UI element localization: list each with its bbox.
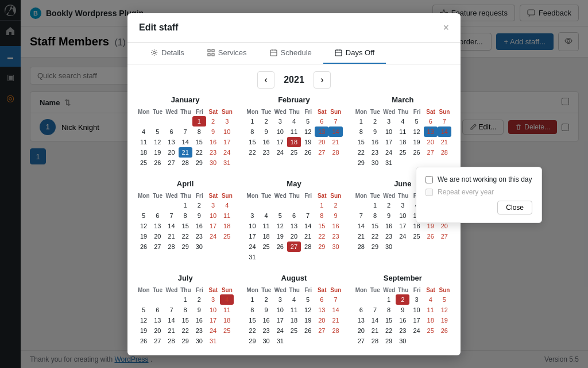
day-september-1[interactable]: 1 — [382, 294, 396, 305]
popup-close-button[interactable]: Close — [497, 201, 532, 214]
day-april-12[interactable]: 12 — [137, 221, 150, 231]
day-april-10[interactable]: 10 — [206, 210, 220, 221]
day-april-29[interactable]: 29 — [179, 241, 192, 252]
day-july-29[interactable]: 29 — [179, 336, 192, 346]
day-july-24[interactable]: 24 — [206, 325, 220, 336]
day-september-9[interactable]: 9 — [396, 305, 409, 315]
day-july-5[interactable]: 5 — [137, 305, 150, 315]
day-august-1[interactable]: 1 — [245, 294, 259, 305]
day-march-22[interactable]: 22 — [354, 147, 368, 158]
day-september-17[interactable]: 17 — [409, 315, 423, 325]
day-march-29[interactable]: 29 — [354, 158, 368, 168]
modal-overlay[interactable]: Edit staff × Details Services Schedule D… — [0, 0, 588, 368]
day-september-23[interactable]: 23 — [396, 325, 409, 336]
day-january-21[interactable]: 21 — [179, 147, 192, 158]
day-march-16[interactable]: 16 — [368, 137, 382, 147]
day-july-27[interactable]: 27 — [150, 336, 164, 346]
day-june-1[interactable]: 1 — [368, 200, 382, 210]
day-september-21[interactable]: 21 — [368, 325, 382, 336]
day-march-20[interactable]: 20 — [424, 137, 438, 147]
day-september-3[interactable]: 3 — [409, 294, 423, 305]
day-january-6[interactable]: 6 — [164, 126, 178, 137]
day-may-28[interactable]: 28 — [301, 241, 315, 252]
tab-days-off[interactable]: Days Off — [323, 43, 386, 64]
day-january-16[interactable]: 16 — [206, 137, 220, 147]
day-july-18[interactable]: 18 — [220, 315, 234, 325]
day-april-1[interactable]: 1 — [179, 200, 192, 210]
day-may-10[interactable]: 10 — [245, 221, 259, 231]
day-may-5[interactable]: 5 — [273, 210, 287, 221]
day-june-15[interactable]: 15 — [368, 221, 382, 231]
day-may-18[interactable]: 18 — [260, 231, 273, 241]
day-march-21[interactable]: 21 — [438, 137, 451, 147]
day-april-24[interactable]: 24 — [206, 231, 220, 241]
day-july-30[interactable]: 30 — [192, 336, 206, 346]
day-july-10[interactable]: 10 — [206, 305, 220, 315]
day-august-9[interactable]: 9 — [260, 305, 273, 315]
day-april-23[interactable]: 23 — [192, 231, 206, 241]
day-january-15[interactable]: 15 — [192, 137, 206, 147]
day-march-9[interactable]: 9 — [368, 126, 382, 137]
day-march-18[interactable]: 18 — [396, 137, 409, 147]
day-may-19[interactable]: 19 — [273, 231, 287, 241]
day-april-25[interactable]: 25 — [220, 231, 234, 241]
day-february-15[interactable]: 15 — [245, 137, 259, 147]
day-february-17[interactable]: 17 — [273, 137, 287, 147]
day-august-24[interactable]: 24 — [273, 325, 287, 336]
day-march-15[interactable]: 15 — [354, 137, 368, 147]
day-april-11[interactable]: 11 — [220, 210, 234, 221]
day-january-22[interactable]: 22 — [192, 147, 206, 158]
day-june-16[interactable]: 16 — [382, 221, 396, 231]
day-may-16[interactable]: 16 — [328, 221, 342, 231]
day-february-23[interactable]: 23 — [260, 147, 273, 158]
day-august-22[interactable]: 22 — [245, 325, 259, 336]
day-march-2[interactable]: 2 — [368, 116, 382, 126]
day-september-18[interactable]: 18 — [424, 315, 438, 325]
day-january-29[interactable]: 29 — [192, 158, 206, 168]
day-february-7[interactable]: 7 — [328, 116, 342, 126]
prev-year-button[interactable]: ‹ — [257, 71, 274, 89]
day-april-4[interactable]: 4 — [220, 200, 234, 210]
day-august-31[interactable]: 31 — [273, 336, 287, 346]
day-july-25[interactable]: 25 — [220, 325, 234, 336]
day-september-30[interactable]: 30 — [396, 336, 409, 346]
day-may-30[interactable]: 30 — [328, 241, 342, 252]
day-june-29[interactable]: 29 — [368, 241, 382, 252]
day-may-26[interactable]: 26 — [273, 241, 287, 252]
day-july-8[interactable]: 8 — [179, 305, 192, 315]
day-august-28[interactable]: 28 — [328, 325, 342, 336]
day-may-31[interactable]: 31 — [245, 252, 259, 262]
day-august-20[interactable]: 20 — [315, 315, 328, 325]
day-june-3[interactable]: 3 — [396, 200, 409, 210]
day-july-3[interactable]: 3 — [206, 294, 220, 305]
day-february-25[interactable]: 25 — [287, 147, 301, 158]
day-february-24[interactable]: 24 — [273, 147, 287, 158]
day-january-27[interactable]: 27 — [164, 158, 178, 168]
day-january-26[interactable]: 26 — [150, 158, 164, 168]
day-march-25[interactable]: 25 — [396, 147, 409, 158]
day-june-21[interactable]: 21 — [354, 231, 368, 241]
next-year-button[interactable]: › — [314, 71, 331, 89]
day-august-11[interactable]: 11 — [287, 305, 301, 315]
day-april-16[interactable]: 16 — [192, 221, 206, 231]
day-february-2[interactable]: 2 — [260, 116, 273, 126]
day-february-20[interactable]: 20 — [315, 137, 328, 147]
day-september-22[interactable]: 22 — [382, 325, 396, 336]
day-march-26[interactable]: 26 — [409, 147, 423, 158]
day-april-14[interactable]: 14 — [164, 221, 178, 231]
day-january-9[interactable]: 9 — [206, 126, 220, 137]
day-january-24[interactable]: 24 — [220, 147, 234, 158]
day-september-27[interactable]: 27 — [354, 336, 368, 346]
day-september-29[interactable]: 29 — [382, 336, 396, 346]
day-february-12[interactable]: 12 — [301, 126, 315, 137]
day-february-28[interactable]: 28 — [328, 147, 342, 158]
day-march-17[interactable]: 17 — [382, 137, 396, 147]
day-may-21[interactable]: 21 — [301, 231, 315, 241]
day-september-26[interactable]: 26 — [438, 325, 451, 336]
not-working-checkbox[interactable] — [425, 176, 433, 183]
day-september-19[interactable]: 19 — [438, 315, 451, 325]
day-june-24[interactable]: 24 — [396, 231, 409, 241]
day-april-7[interactable]: 7 — [164, 210, 178, 221]
day-august-12[interactable]: 12 — [301, 305, 315, 315]
day-february-6[interactable]: 6 — [315, 116, 328, 126]
